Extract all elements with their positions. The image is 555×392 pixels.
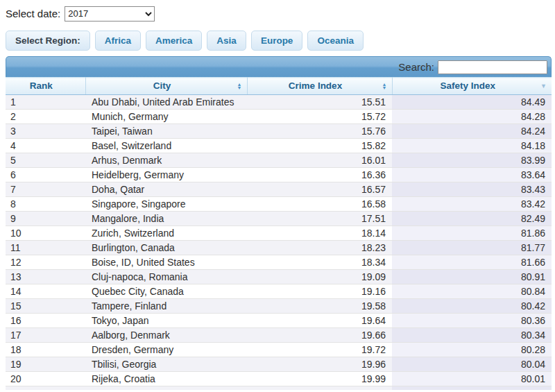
- safety-index-cell: [392, 386, 552, 390]
- safety-index-cell: 80.28: [392, 343, 552, 357]
- crime-index-cell: 15.76: [247, 124, 392, 139]
- city-cell: Doha, Qatar: [85, 182, 247, 197]
- rank-cell: 15: [6, 299, 85, 314]
- rank-cell: 8: [6, 197, 85, 212]
- crime-index-cell: 15.51: [247, 95, 392, 110]
- table-row: 1 Abu Dhabi, United Arab Emirates 15.51 …: [6, 95, 552, 110]
- region-button-row: Select Region: AfricaAmericaAsiaEuropeOc…: [6, 31, 549, 51]
- safety-index-cell: 80.42: [392, 299, 552, 314]
- table-row: 11 Burlington, Canada 18.23 81.77: [6, 241, 552, 255]
- column-header-safety-index[interactable]: Safety Index ▼: [392, 78, 552, 95]
- table-row: 15 Tampere, Finland 19.58 80.42: [6, 299, 552, 314]
- city-cell: Taipei, Taiwan: [85, 124, 247, 139]
- rank-cell: 20: [6, 372, 85, 386]
- safety-index-cell: 81.66: [392, 255, 552, 270]
- table-row: 12 Boise, ID, United States 18.34 81.66: [6, 255, 552, 270]
- crime-index-cell: 19.72: [247, 343, 392, 357]
- rank-cell: 4: [6, 139, 85, 153]
- sort-desc-icon: ▼: [540, 83, 547, 90]
- table-row: 16 Tokyo, Japan 19.64 80.36: [6, 314, 552, 328]
- column-header-rank-label: Rank: [30, 80, 53, 91]
- select-region-label-button[interactable]: Select Region:: [6, 31, 90, 51]
- city-cell: Singapore, Singapore: [85, 197, 247, 212]
- column-header-crime-index[interactable]: Crime Index ▲▼: [247, 78, 392, 95]
- rank-cell: 2: [6, 110, 85, 124]
- safety-index-cell: 80.04: [392, 357, 552, 372]
- table-row: 17 Aalborg, Denmark 19.66 80.34: [6, 328, 552, 343]
- table-row: 20 Rijeka, Croatia 19.99 80.01: [6, 372, 552, 386]
- crime-index-cell: 18.34: [247, 255, 392, 270]
- table-row: 4 Basel, Switzerland 15.82 84.18: [6, 139, 552, 153]
- date-selector-row: Select date: 2017: [6, 6, 549, 22]
- safety-index-cell: 80.01: [392, 372, 552, 386]
- safety-index-cell: 80.84: [392, 284, 552, 299]
- rank-cell: 19: [6, 357, 85, 372]
- table-row: 5 Arhus, Denmark 16.01 83.99: [6, 153, 552, 168]
- city-cell: Dresden, Germany: [85, 343, 247, 357]
- date-select-label: Select date:: [6, 8, 60, 19]
- safety-index-cell: 81.86: [392, 226, 552, 241]
- sort-both-icon: ▲▼: [237, 83, 242, 90]
- safety-index-cell: 84.49: [392, 95, 552, 110]
- rank-cell: 12: [6, 255, 85, 270]
- city-safety-table: Search: Rank City ▲▼ Crime Index: [6, 56, 552, 390]
- crime-index-cell: 15.72: [247, 110, 392, 124]
- region-buttons: AfricaAmericaAsiaEuropeOceania: [95, 31, 364, 51]
- crime-index-cell: 16.57: [247, 182, 392, 197]
- header-row: Rank City ▲▼ Crime Index ▲▼ Safety Index…: [6, 78, 552, 95]
- column-header-city-label: City: [153, 80, 171, 91]
- crime-index-cell: 19.16: [247, 284, 392, 299]
- rank-cell: 17: [6, 328, 85, 343]
- rank-cell: 1: [6, 95, 85, 110]
- rank-cell: 6: [6, 168, 85, 182]
- table-row: 9 Mangalore, India 17.51 82.49: [6, 212, 552, 226]
- column-header-safety-label: Safety Index: [440, 80, 495, 91]
- table-row: 13 Cluj-napoca, Romania 19.09 80.91: [6, 270, 552, 284]
- city-cell: Quebec City, Canada: [85, 284, 247, 299]
- region-button-america[interactable]: America: [146, 31, 202, 51]
- rank-cell: 3: [6, 124, 85, 139]
- search-input[interactable]: [438, 60, 547, 74]
- crime-index-cell: 19.58: [247, 299, 392, 314]
- city-cell: Burlington, Canada: [85, 241, 247, 255]
- crime-index-cell: 19.64: [247, 314, 392, 328]
- table-row: 19 Tbilisi, Georgia 19.96 80.04: [6, 357, 552, 372]
- city-cell: Abu Dhabi, United Arab Emirates: [85, 95, 247, 110]
- column-header-rank[interactable]: Rank: [6, 78, 85, 95]
- rank-cell: 14: [6, 284, 85, 299]
- safety-index-cell: 80.36: [392, 314, 552, 328]
- table-row: 3 Taipei, Taiwan 15.76 84.24: [6, 124, 552, 139]
- safety-index-cell: 84.28: [392, 110, 552, 124]
- safety-index-cell: 84.24: [392, 124, 552, 139]
- city-cell: Cluj-napoca, Romania: [85, 270, 247, 284]
- city-cell: Basel, Switzerland: [85, 139, 247, 153]
- city-cell: Tbilisi, Georgia: [85, 357, 247, 372]
- region-button-africa[interactable]: Africa: [95, 31, 141, 51]
- table-row: 7 Doha, Qatar 16.57 83.43: [6, 182, 552, 197]
- crime-index-cell: 16.58: [247, 197, 392, 212]
- city-cell: Arhus, Denmark: [85, 153, 247, 168]
- city-cell: Mangalore, India: [85, 212, 247, 226]
- table-row: 10 Zurich, Switzerland 18.14 81.86: [6, 226, 552, 241]
- city-cell: Tampere, Finland: [85, 299, 247, 314]
- rank-cell: 5: [6, 153, 85, 168]
- crime-index-cell: [247, 386, 392, 390]
- city-cell: Munich, Germany: [85, 110, 247, 124]
- safety-index-cell: 80.34: [392, 328, 552, 343]
- data-table: Rank City ▲▼ Crime Index ▲▼ Safety Index…: [6, 77, 552, 390]
- region-button-oceania[interactable]: Oceania: [307, 31, 364, 51]
- column-header-city[interactable]: City ▲▼: [85, 78, 247, 95]
- region-button-europe[interactable]: Europe: [251, 31, 303, 51]
- rank-cell: 13: [6, 270, 85, 284]
- crime-index-cell: 19.09: [247, 270, 392, 284]
- city-cell: [85, 386, 247, 390]
- safety-index-cell: 80.91: [392, 270, 552, 284]
- crime-index-cell: 18.23: [247, 241, 392, 255]
- safety-index-cell: 83.43: [392, 182, 552, 197]
- table-row: 18 Dresden, Germany 19.72 80.28: [6, 343, 552, 357]
- safety-index-cell: 83.42: [392, 197, 552, 212]
- column-header-crime-label: Crime Index: [289, 80, 342, 91]
- date-select[interactable]: 2017: [65, 6, 155, 22]
- rank-cell: [6, 386, 85, 390]
- region-button-asia[interactable]: Asia: [207, 31, 246, 51]
